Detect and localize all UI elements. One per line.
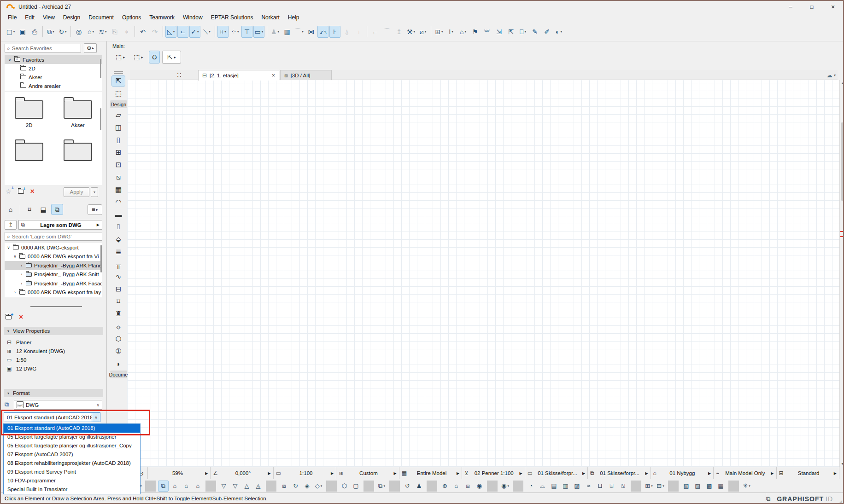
window-tool-button[interactable]: ▯: [111, 134, 125, 145]
drawing-view-button[interactable]: ⧉: [158, 481, 169, 492]
zone-tool-button[interactable]: ⌑: [111, 296, 125, 307]
publisher-set-dropdown[interactable]: ⧉ Lagre som DWG ▶: [18, 220, 102, 230]
ghost-story-button[interactable]: ♟: [270, 26, 281, 38]
hatch-diagonal-button[interactable]: ▨: [572, 481, 582, 492]
camera-settings-button[interactable]: ◉: [500, 481, 510, 492]
renovation-new-button[interactable]: ▩: [704, 481, 715, 492]
favorites-search-field[interactable]: ⌕ Search Favorites: [5, 44, 81, 52]
box-view-button[interactable]: ⧈: [463, 481, 473, 492]
view-properties-header[interactable]: ▾ View Properties: [4, 327, 103, 335]
marker-down-button[interactable]: ▽: [218, 481, 229, 492]
view-control-button[interactable]: [363, 481, 374, 492]
favorite-thumbnail[interactable]: Akser: [56, 97, 100, 139]
toolbar-button[interactable]: [135, 26, 135, 37]
cutting-plane-button[interactable]: ◇: [313, 481, 324, 492]
view-control-button[interactable]: [668, 481, 679, 492]
label-badge-button[interactable]: ⎃: [481, 26, 492, 38]
save-button[interactable]: ▣: [17, 26, 28, 38]
view-control-button[interactable]: [205, 481, 216, 492]
home-view-button[interactable]: ⌂: [451, 481, 462, 492]
toolbar-button[interactable]: [42, 26, 43, 37]
view-control-button[interactable]: [427, 481, 437, 492]
toolbar-button[interactable]: [431, 26, 431, 37]
palette-divider[interactable]: [30, 306, 82, 307]
parameter-pen-button[interactable]: ✐: [541, 26, 552, 38]
publish-button[interactable]: ⇱: [505, 26, 516, 38]
translator-option[interactable]: 10 FDV-programmer: [4, 476, 140, 485]
drop-marker-button[interactable]: ⍖: [353, 26, 364, 38]
favorites-settings-button[interactable]: ⚙ ▸: [84, 43, 97, 53]
modify-button[interactable]: ⤺: [317, 26, 328, 38]
menu-item[interactable]: Help: [284, 13, 304, 23]
screen-frame-button[interactable]: ▭: [253, 26, 264, 38]
orbit-button[interactable]: ↺: [402, 481, 413, 492]
maximize-button[interactable]: □: [802, 1, 822, 13]
snap-grid-button[interactable]: ⁘: [229, 26, 240, 38]
hatch-angle-button[interactable]: ⍂: [618, 481, 628, 492]
delete-publisher-item-icon[interactable]: ×: [19, 314, 23, 320]
close-tab-icon[interactable]: ×: [272, 72, 275, 79]
quick-option-dropdown[interactable]: ⌁ Main Model Only ▶: [714, 467, 776, 479]
tool-button[interactable]: Design: [110, 100, 127, 108]
expander-icon[interactable]: ∨: [7, 58, 12, 62]
expander-icon[interactable]: ›: [19, 263, 23, 268]
marker-down2-button[interactable]: ▽: [230, 481, 240, 492]
arrow-tool-flyout-button[interactable]: ⇱ ▸: [162, 51, 181, 64]
grid-box-button[interactable]: ⊟: [655, 481, 666, 492]
translator-option[interactable]: 08 Eksport rehabiliteringsprosjekter (Au…: [4, 459, 140, 468]
slope-button[interactable]: ⟍: [201, 26, 212, 38]
menu-item[interactable]: Edit: [21, 13, 39, 23]
virtual-trace-button[interactable]: ⌒: [293, 26, 305, 38]
new-favorite-icon[interactable]: ☆: [6, 188, 12, 195]
surface-paint-button[interactable]: ◔: [526, 481, 536, 492]
quick-option-dropdown[interactable]: ▦ Entire Model ▶: [399, 467, 462, 479]
pen-button[interactable]: ✎: [529, 26, 540, 38]
resize-grip[interactable]: ◢: [838, 499, 842, 504]
camera-path-button[interactable]: ◉: [474, 481, 485, 492]
marker-top-button[interactable]: ◬: [253, 481, 264, 492]
publisher-sets-button[interactable]: ⧉: [51, 204, 63, 215]
curtain-wall-tool-button[interactable]: ⊞: [111, 147, 125, 158]
navigator-menu-button[interactable]: ≡ ▸: [88, 204, 102, 215]
marquee-area-button[interactable]: ⬚ ▸: [130, 51, 146, 64]
menu-item[interactable]: File: [4, 13, 21, 23]
elevate-button[interactable]: ↥: [393, 26, 404, 38]
quick-option-dropdown[interactable]: ⧉ 01 Skisse/forpr... ▶: [588, 467, 651, 479]
filter-3d-button[interactable]: ◈: [302, 481, 312, 492]
ruler-button[interactable]: ⊤: [241, 26, 252, 38]
roof-tool-button[interactable]: ▦: [111, 184, 125, 195]
favorite-thumbnail[interactable]: 2D: [7, 97, 51, 139]
go-up-button[interactable]: ↥: [5, 220, 17, 230]
view-control-button[interactable]: [728, 481, 739, 492]
toolbox-drag-handle[interactable]: [114, 71, 123, 74]
walk-mode-button[interactable]: ♟: [414, 481, 424, 492]
rotate-grid-button[interactable]: ⊕: [440, 481, 450, 492]
translator-dropdown-button[interactable]: ∨: [92, 413, 100, 422]
axonometry-button[interactable]: ▢: [351, 481, 361, 492]
new-file-button[interactable]: ▢: [5, 26, 16, 38]
toolbar-button[interactable]: [215, 26, 215, 37]
publisher-search-field[interactable]: ⌕ Search 'Lagre som DWG': [5, 232, 102, 241]
view-control-button[interactable]: [145, 481, 156, 492]
brick-fill-button[interactable]: ▤: [549, 481, 559, 492]
explode-button[interactable]: ⧄: [417, 26, 428, 38]
marker-up-button[interactable]: △: [241, 481, 252, 492]
translator-option[interactable]: 07 Eksport (AutoCAD 2007): [4, 450, 140, 459]
translator-option[interactable]: 01 Eksport standard (AutoCAD 2018): [4, 424, 140, 433]
pdf-export-button[interactable]: ⇲: [493, 26, 504, 38]
perspective-button[interactable]: ⬡: [339, 481, 350, 492]
menu-item[interactable]: EPTAR Solutions: [207, 13, 258, 23]
quick-layers-button[interactable]: ≋: [97, 26, 108, 38]
inject-parameters-button[interactable]: ⌖: [121, 26, 132, 38]
compare-button[interactable]: ◐: [553, 26, 564, 38]
tab-3d-all[interactable]: ⧈ [3D / All]: [280, 70, 332, 80]
library-button[interactable]: ⌸: [517, 26, 528, 38]
arrow-tool-button[interactable]: ⇱: [111, 75, 125, 87]
translator-option[interactable]: 09 Eksport med Survey Point: [4, 468, 140, 476]
menu-item[interactable]: Design: [59, 13, 84, 23]
publisher-tree-row[interactable]: ∨ 0000 ARK DWG-eksport fra Vi: [5, 252, 102, 261]
renovation-existing-button[interactable]: ▧: [681, 481, 692, 492]
toolbar-button[interactable]: [70, 26, 71, 37]
arc-button[interactable]: ⌒: [381, 26, 393, 38]
expander-icon[interactable]: ∨: [6, 245, 11, 250]
